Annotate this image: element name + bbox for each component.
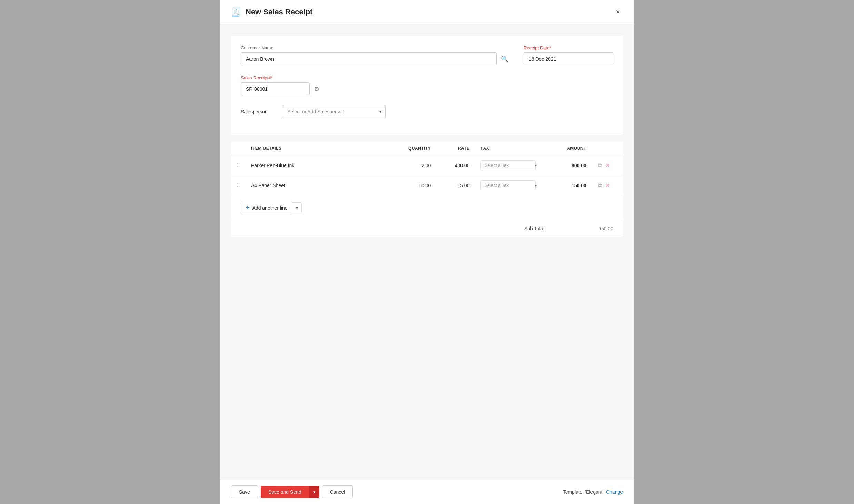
modal-footer: Save Save and Send ▾ Cancel Template: 'E… [220, 480, 634, 504]
receipt-date-label: Receipt Date* [524, 45, 613, 50]
quantity-value: 2.00 [421, 163, 431, 168]
sales-receipt-group: Sales Receipt#* ⚙ [241, 75, 321, 95]
sales-receipt-input[interactable] [241, 82, 310, 95]
salesperson-select-wrapper: Select or Add Salesperson ▾ [282, 105, 386, 118]
receipt-date-group: Receipt Date* [524, 45, 613, 65]
save-send-group: Save and Send ▾ [261, 486, 319, 498]
footer-left: Save Save and Send ▾ Cancel [231, 485, 353, 498]
amount-cell-1: 800.00 [545, 155, 592, 175]
salesperson-row: Salesperson Select or Add Salesperson ▾ [241, 105, 613, 118]
modal-body: Customer Name 🔍 Receipt Date* [220, 24, 634, 480]
customer-name-input[interactable] [241, 52, 497, 65]
copy-row-button-2[interactable]: ⧉ [597, 182, 603, 189]
rate-value-2: 15.00 [457, 183, 469, 188]
save-button[interactable]: Save [231, 485, 258, 498]
template-name: 'Elegant' [585, 489, 603, 495]
sales-receipt-label: Sales Receipt#* [241, 75, 321, 80]
delete-icon-1: ✕ [605, 162, 610, 168]
rate-header: RATE [436, 142, 475, 155]
delete-row-button-1[interactable]: ✕ [605, 161, 610, 169]
row-actions-2: ⧉ ✕ [597, 181, 617, 189]
actions-header [592, 142, 623, 155]
salesperson-select[interactable]: Select or Add Salesperson [282, 105, 386, 118]
subtotal-row: Sub Total 950.00 [231, 220, 623, 237]
settings-button[interactable]: ⚙ [312, 84, 321, 94]
tax-select-2[interactable]: Select a Tax Select Tax [480, 180, 536, 190]
search-icon: 🔍 [501, 56, 508, 62]
add-line-section: + Add another line ▾ [231, 195, 623, 220]
template-prefix: Template: [563, 489, 584, 495]
drag-handle-icon: ⠿ [237, 163, 240, 168]
item-name-2: A4 Paper Sheet [251, 183, 285, 188]
table-row: ⠿ A4 Paper Sheet 10.00 15.00 [231, 175, 623, 195]
form-row-receipt-num: Sales Receipt#* ⚙ [241, 75, 613, 95]
customer-search-button[interactable]: 🔍 [499, 54, 510, 64]
add-line-dropdown-button[interactable]: ▾ [292, 202, 302, 213]
subtotal-label: Sub Total [524, 226, 544, 231]
rate-cell[interactable]: 400.00 [436, 155, 475, 175]
quantity-cell[interactable]: 2.00 [397, 155, 436, 175]
drag-handle-cell: ⠿ [231, 155, 246, 175]
change-template-link[interactable]: Change [606, 489, 623, 495]
tax-cell-1: Select a Tax Select Tax ▾ [475, 155, 545, 175]
save-send-chevron-icon: ▾ [313, 490, 315, 494]
drag-header [231, 142, 246, 155]
title-row: 🧾 New Sales Receipt [231, 7, 312, 17]
quantity-header: QUANTITY [397, 142, 436, 155]
copy-row-button-1[interactable]: ⧉ [597, 162, 603, 169]
add-line-wrapper: + Add another line ▾ [241, 201, 613, 214]
table-row: ⠿ Parker Pen-Blue Ink 2.00 400.00 [231, 155, 623, 175]
item-name-cell[interactable]: Parker Pen-Blue Ink [246, 155, 397, 175]
rate-value: 400.00 [455, 163, 470, 168]
item-name: Parker Pen-Blue Ink [251, 163, 294, 168]
plus-circle-icon: + [246, 204, 250, 211]
table-header-row: ITEM DETAILS QUANTITY RATE TAX AMOUNT [231, 142, 623, 155]
tax-select-wrapper-2: Select a Tax Select Tax ▾ [480, 180, 540, 190]
item-details-header: ITEM DETAILS [246, 142, 397, 155]
amount-cell-2: 150.00 [545, 175, 592, 195]
tax-select-1[interactable]: Select a Tax Select Tax [480, 160, 536, 170]
subtotal-value: 950.00 [572, 226, 613, 231]
salesperson-label: Salesperson [241, 109, 275, 114]
gear-icon: ⚙ [314, 85, 319, 92]
modal-header: 🧾 New Sales Receipt × [220, 0, 634, 24]
save-and-send-dropdown-button[interactable]: ▾ [309, 486, 319, 498]
footer-right: Template: 'Elegant' Change [563, 489, 623, 495]
amount-header: AMOUNT [545, 142, 592, 155]
receipt-date-input[interactable] [524, 52, 613, 65]
receipt-icon: 🧾 [231, 7, 241, 17]
form-section: Customer Name 🔍 Receipt Date* [231, 36, 623, 135]
items-table: ITEM DETAILS QUANTITY RATE TAX AMOUNT [231, 142, 623, 195]
form-row-customer-date: Customer Name 🔍 Receipt Date* [241, 45, 613, 65]
items-table-section: ITEM DETAILS QUANTITY RATE TAX AMOUNT [231, 142, 623, 237]
add-line-button[interactable]: + Add another line [241, 201, 292, 214]
save-and-send-button[interactable]: Save and Send [261, 486, 309, 498]
add-line-chevron-icon: ▾ [296, 205, 298, 210]
tax-select-wrapper-1: Select a Tax Select Tax ▾ [480, 160, 540, 170]
close-button[interactable]: × [613, 6, 623, 18]
row-actions-1: ⧉ ✕ [597, 161, 617, 169]
drag-handle-cell-2: ⠿ [231, 175, 246, 195]
row-actions-cell-1: ⧉ ✕ [592, 155, 623, 175]
row-actions-cell-2: ⧉ ✕ [592, 175, 623, 195]
delete-row-button-2[interactable]: ✕ [605, 181, 610, 189]
modal-title: New Sales Receipt [246, 8, 312, 17]
copy-icon-1: ⧉ [598, 162, 602, 168]
customer-name-group: Customer Name 🔍 [241, 45, 510, 65]
tax-header: TAX [475, 142, 545, 155]
copy-icon-2: ⧉ [598, 182, 602, 188]
customer-input-wrapper: 🔍 [241, 52, 510, 65]
amount-value-1: 800.00 [572, 163, 586, 168]
new-sales-receipt-modal: 🧾 New Sales Receipt × Customer Name 🔍 [220, 0, 634, 504]
delete-icon-2: ✕ [605, 182, 610, 188]
quantity-value-2: 10.00 [419, 183, 431, 188]
add-line-label: Add another line [252, 205, 288, 211]
cancel-button[interactable]: Cancel [322, 485, 353, 498]
receipt-num-wrapper: ⚙ [241, 82, 321, 95]
drag-handle-icon-2: ⠿ [237, 183, 240, 188]
amount-value-2: 150.00 [572, 183, 586, 188]
quantity-cell-2[interactable]: 10.00 [397, 175, 436, 195]
tax-cell-2: Select a Tax Select Tax ▾ [475, 175, 545, 195]
item-name-cell-2[interactable]: A4 Paper Sheet [246, 175, 397, 195]
rate-cell-2[interactable]: 15.00 [436, 175, 475, 195]
